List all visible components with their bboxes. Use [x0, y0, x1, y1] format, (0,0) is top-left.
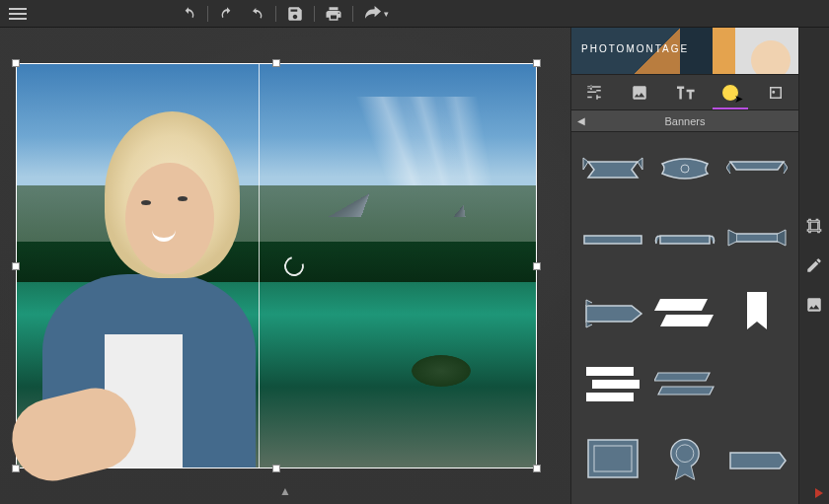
crop-handle-bottom-right[interactable]	[533, 465, 541, 472]
sticker-ribbon-scroll[interactable]	[651, 217, 717, 262]
tab-stickers[interactable]: ➤	[708, 75, 753, 109]
crop-handle-top-mid[interactable]	[272, 59, 280, 67]
sidebar-header: PHOTOMONTAGE	[571, 28, 798, 75]
redo-alt-button[interactable]	[246, 4, 267, 24]
sticker-ribbon-ornate[interactable]	[651, 144, 717, 189]
sticker-ribbon-two-tails[interactable]	[724, 217, 791, 262]
sticker-parallelogram-pair[interactable]	[651, 290, 717, 335]
save-button[interactable]	[284, 3, 306, 25]
sticker-banner-tail-flat[interactable]	[724, 436, 791, 481]
svg-rect-3	[592, 380, 640, 389]
person-face	[125, 163, 213, 274]
category-subheader: ◀ Banners	[571, 110, 798, 132]
sticker-highlight-icon: ➤	[721, 84, 739, 102]
tab-adjustments[interactable]	[571, 75, 617, 109]
share-button[interactable]: ▾	[361, 4, 391, 24]
right-sidebar: PHOTOMONTAGE ➤	[570, 28, 798, 504]
tab-frames[interactable]	[753, 75, 798, 109]
sticker-ribbon-cutends[interactable]	[724, 144, 791, 189]
sticker-bookmark-pennant[interactable]	[724, 290, 791, 335]
redo-button[interactable]	[216, 4, 238, 24]
mountains	[276, 97, 570, 218]
crop-handle-bottom-left[interactable]	[12, 465, 20, 472]
sticker-ribbon-flat-long[interactable]	[579, 217, 645, 262]
svg-point-7	[671, 440, 699, 468]
draw-tool-button[interactable]	[803, 254, 825, 276]
play-button[interactable]	[815, 488, 823, 498]
crop-handle-bottom-mid[interactable]	[272, 465, 280, 472]
crop-handle-mid-left[interactable]	[12, 262, 20, 270]
undo-button[interactable]	[178, 4, 199, 24]
crop-selection-frame[interactable]	[16, 63, 537, 468]
category-back-button[interactable]: ◀	[577, 115, 585, 126]
toolbar-divider	[207, 6, 208, 22]
cursor-arrow-icon: ➤	[734, 93, 743, 106]
main-row: ▲ PHOTOMONTAGE ➤	[0, 28, 829, 504]
sticker-banner-flag[interactable]	[579, 290, 645, 335]
far-right-toolbar	[798, 28, 829, 504]
top-tool-group: ▾	[178, 3, 391, 25]
sticker-blank-spacer	[724, 363, 791, 408]
header-hand-graphic	[745, 35, 795, 75]
toolbar-divider	[275, 6, 276, 22]
sticker-stacked-bars[interactable]	[579, 363, 645, 408]
top-toolbar: ▾	[0, 0, 829, 28]
canvas-area[interactable]: ▲	[0, 28, 570, 504]
canvas-image	[17, 64, 536, 468]
menu-hamburger-icon[interactable]	[6, 2, 30, 26]
photo-editor-app: ▾	[0, 0, 829, 504]
tab-image[interactable]	[617, 75, 662, 109]
crop-handle-mid-right[interactable]	[533, 262, 541, 270]
sticker-stacked-strips-angled[interactable]	[651, 363, 717, 408]
guide-vertical	[259, 64, 260, 468]
toolbar-divider	[352, 6, 353, 22]
svg-rect-4	[586, 393, 634, 401]
add-image-button[interactable]	[803, 294, 825, 316]
svg-rect-1	[584, 236, 641, 244]
print-button[interactable]	[323, 3, 344, 25]
svg-rect-2	[586, 367, 634, 376]
sticker-rosette-medal[interactable]	[651, 436, 717, 481]
sticker-rectangle-frame[interactable]	[579, 436, 645, 481]
crop-handle-top-right[interactable]	[533, 59, 541, 67]
category-title: Banners	[665, 115, 706, 127]
crop-handle-top-left[interactable]	[12, 59, 20, 67]
island	[412, 355, 471, 387]
chevron-up-icon[interactable]: ▲	[279, 484, 291, 498]
tab-text[interactable]	[662, 75, 708, 109]
person-subject	[28, 97, 287, 468]
sidebar-tabs: ➤	[571, 75, 798, 110]
crop-tool-button[interactable]	[803, 215, 825, 237]
banner-sticker-grid	[571, 132, 798, 504]
sticker-ribbon-classic[interactable]	[579, 144, 645, 189]
toolbar-divider	[314, 6, 315, 22]
mode-label: PHOTOMONTAGE	[581, 43, 689, 54]
